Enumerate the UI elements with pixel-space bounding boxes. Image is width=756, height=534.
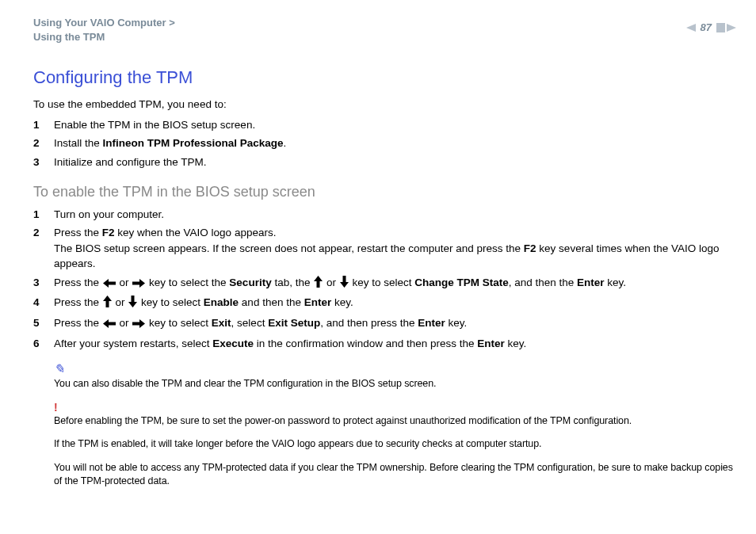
arrow-right-icon — [132, 277, 145, 292]
page-title: Configuring the TPM — [33, 65, 739, 90]
step-number: 1 — [33, 207, 54, 223]
step-text: Press the or key to select the Security … — [54, 275, 739, 292]
step-text: Turn on your computer. — [54, 207, 739, 223]
svg-marker-6 — [340, 276, 349, 288]
notes-block: ✎ You can also disable the TPM and clear… — [54, 360, 739, 488]
step-text: Press the F2 key when the VAIO logo appe… — [54, 225, 739, 272]
list-item: 2 Install the Infineon TPM Professional … — [33, 135, 739, 151]
step-number: 2 — [33, 225, 54, 241]
step-number: 1 — [33, 117, 54, 133]
text: or — [116, 317, 132, 329]
section-subhead: To enable the TPM in the BIOS setup scre… — [33, 181, 739, 202]
text: key. — [605, 277, 627, 288]
text: key when the VAIO logo appears. — [115, 227, 277, 238]
next-page-icon[interactable] — [716, 23, 739, 32]
text: key. — [445, 317, 468, 329]
text: , and then press the — [320, 317, 418, 329]
step-number: 2 — [33, 135, 54, 151]
note-text: You can also disable the TPM and clear t… — [54, 377, 739, 391]
arrow-up-icon — [314, 276, 323, 292]
svg-marker-7 — [103, 296, 112, 307]
bold-text: Enter — [418, 317, 445, 329]
arrow-left-icon — [103, 317, 116, 333]
bold-text: Enter — [304, 296, 332, 308]
step-text: Install the Infineon TPM Professional Pa… — [54, 135, 739, 151]
prev-page-icon[interactable] — [683, 23, 696, 32]
svg-marker-5 — [314, 276, 323, 288]
step-number: 3 — [33, 275, 54, 291]
bold-text: Exit — [212, 317, 231, 329]
list-item: 1 Enable the TPM in the BIOS setup scree… — [33, 117, 739, 133]
note-text: Before enabling the TPM, be sure to set … — [54, 414, 739, 429]
bold-text: Security — [229, 277, 271, 288]
document-page: Using Your VAIO Computer > Using the TPM… — [0, 0, 756, 534]
text: The BIOS setup screen appears. If the sc… — [54, 242, 524, 254]
svg-marker-8 — [128, 296, 137, 307]
step-text: Press the or key to select Enable and th… — [54, 295, 739, 312]
step-text: After your system restarts, select Execu… — [54, 336, 739, 352]
text: , and then the — [509, 277, 577, 288]
text: tab, the — [272, 277, 314, 288]
step-number: 6 — [33, 336, 54, 352]
text: key to select — [138, 296, 204, 308]
text: key to select — [146, 317, 212, 329]
page-number: 87 — [701, 21, 712, 36]
list-item: 3 Initialize and configure the TPM. — [33, 154, 739, 170]
bold-text: Exit Setup — [268, 317, 320, 329]
text: key. — [331, 296, 353, 308]
bold-text: Change TPM State — [414, 277, 509, 288]
list-item: 3 Press the or key to select the Securit… — [33, 275, 739, 292]
text: key to select the — [146, 277, 229, 288]
overview-steps: 1 Enable the TPM in the BIOS setup scree… — [33, 117, 739, 170]
step-text: Press the or key to select Exit, select … — [54, 315, 739, 333]
text: Press the — [54, 277, 102, 288]
text: and then the — [239, 296, 304, 308]
text: key to select — [349, 277, 415, 288]
text: Press the — [54, 296, 102, 308]
list-item: 2 Press the F2 key when the VAIO logo ap… — [33, 225, 739, 272]
list-item: 1 Turn on your computer. — [33, 207, 739, 223]
svg-marker-0 — [686, 24, 696, 32]
list-item: 5 Press the or key to select Exit, selec… — [33, 315, 739, 333]
step-text: Enable the TPM in the BIOS setup screen. — [54, 117, 739, 133]
bold-text: Enable — [204, 296, 239, 308]
intro-text: To use the embedded TPM, you need to: — [33, 97, 739, 113]
breadcrumb-line2: Using the TPM — [33, 31, 105, 43]
text: or — [323, 277, 339, 288]
svg-rect-1 — [716, 23, 725, 32]
pencil-icon: ✎ — [54, 360, 739, 378]
text: . — [284, 137, 287, 149]
arrow-right-icon — [132, 317, 145, 333]
text: Install the — [54, 137, 103, 149]
step-text: Initialize and configure the TPM. — [54, 154, 739, 170]
arrow-up-icon — [103, 296, 112, 312]
note-text: You will not be able to access any TPM-p… — [54, 461, 739, 489]
bold-text: Execute — [212, 338, 254, 349]
text: or — [113, 296, 128, 308]
bold-text: F2 — [524, 242, 536, 254]
arrow-down-icon — [340, 276, 349, 292]
text: Press the — [54, 227, 102, 238]
page-header: Using Your VAIO Computer > Using the TPM… — [33, 16, 739, 44]
procedure-steps: 1 Turn on your computer. 2 Press the F2 … — [33, 207, 739, 352]
text: key. — [505, 338, 527, 349]
bold-text: Infineon TPM Professional Package — [103, 137, 284, 149]
list-item: 6 After your system restarts, select Exe… — [33, 336, 739, 352]
svg-marker-10 — [132, 319, 145, 328]
step-number: 3 — [33, 154, 54, 170]
text: in the confirmation window and then pres… — [254, 338, 477, 349]
breadcrumb: Using Your VAIO Computer > Using the TPM — [33, 16, 175, 44]
step-number: 5 — [33, 315, 54, 331]
text: or — [116, 277, 132, 288]
list-item: 4 Press the or key to select Enable and … — [33, 295, 739, 312]
breadcrumb-line1: Using Your VAIO Computer > — [33, 17, 175, 29]
text: Press the — [54, 317, 102, 329]
svg-marker-3 — [103, 279, 116, 288]
bold-text: Enter — [577, 277, 605, 288]
step-number: 4 — [33, 295, 54, 311]
note-text: If the TPM is enabled, it will take long… — [54, 437, 739, 452]
bold-text: F2 — [102, 227, 115, 238]
svg-marker-2 — [727, 24, 736, 32]
arrow-down-icon — [128, 296, 137, 312]
svg-marker-9 — [103, 319, 116, 328]
